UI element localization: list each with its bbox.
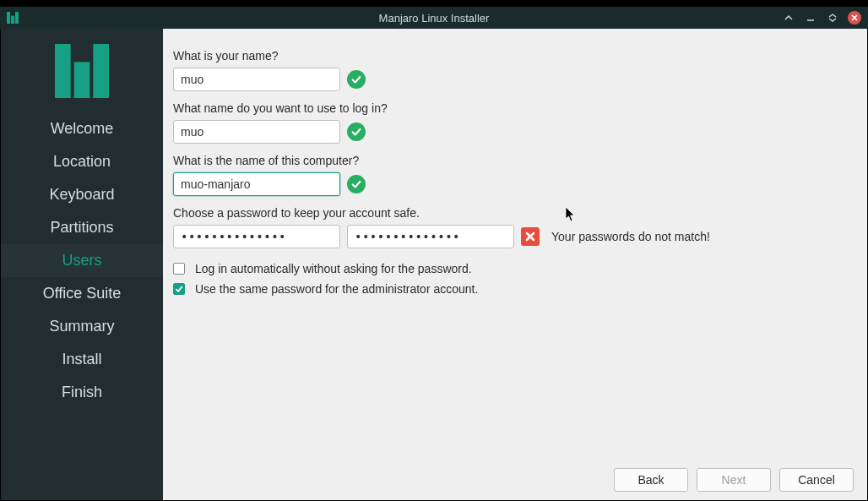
cancel-button[interactable]: Cancel [779,468,854,492]
password-confirm-input[interactable] [347,225,514,248]
same-admin-password-checkbox[interactable] [173,283,185,295]
window-body: Welcome Location Keyboard Partitions Use… [0,29,868,501]
svg-rect-2 [15,12,19,24]
check-icon [347,70,366,89]
svg-rect-1 [11,16,14,24]
sidebar-item-users[interactable]: Users [1,244,163,277]
close-button[interactable] [848,11,861,25]
next-button[interactable]: Next [697,468,771,492]
sidebar-item-summary[interactable]: Summary [1,310,163,343]
svg-rect-4 [55,44,71,98]
sidebar-item-office-suite[interactable]: Office Suite [1,277,163,310]
auto-login-label: Log in automatically without asking for … [195,262,472,275]
check-icon [347,175,366,193]
login-name-input[interactable] [173,120,340,144]
error-icon [521,227,540,246]
manjaro-logo-icon [55,44,109,101]
check-icon [347,123,366,141]
auto-login-checkbox[interactable] [173,263,185,275]
svg-rect-0 [7,12,10,24]
svg-rect-5 [74,62,90,98]
sidebar-item-location[interactable]: Location [1,145,163,178]
minimize-button[interactable] [804,11,817,25]
window-title: Manjaro Linux Installer [379,12,490,25]
hostname-input[interactable] [173,172,340,196]
wizard-footer: Back Next Cancel [614,468,854,492]
back-button[interactable]: Back [614,468,688,492]
sidebar-item-keyboard[interactable]: Keyboard [1,178,163,211]
password-input[interactable] [173,225,340,248]
password-error-text: Your passwords do not match! [551,230,710,243]
svg-rect-6 [93,44,109,98]
full-name-label: What is your name? [173,49,845,63]
password-label: Choose a password to keep your account s… [173,206,845,220]
sidebar-item-install[interactable]: Install [1,343,163,376]
installer-sidebar: Welcome Location Keyboard Partitions Use… [1,29,163,500]
sidebar-item-finish[interactable]: Finish [1,376,163,409]
maximize-button[interactable] [826,11,839,25]
same-admin-password-label: Use the same password for the administra… [195,282,478,296]
sidebar-item-welcome[interactable]: Welcome [1,112,163,145]
window-titlebar: Manjaro Linux Installer [0,7,868,29]
full-name-input[interactable] [173,68,340,91]
users-form: What is your name? What name do you want… [163,29,867,500]
login-name-label: What name do you want to use to log in? [173,101,845,115]
hostname-label: What is the name of this computer? [173,154,845,167]
shade-button[interactable] [782,11,795,25]
desktop-menubar-fragment [0,0,868,7]
sidebar-item-partitions[interactable]: Partitions [1,211,163,244]
window-controls [782,11,868,25]
manjaro-app-icon [7,11,20,25]
